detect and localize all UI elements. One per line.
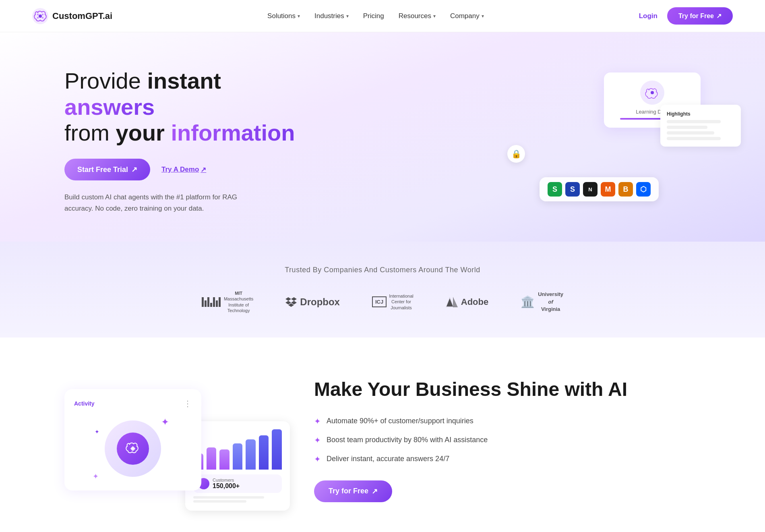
hero-description: Build custom AI chat agents with the #1 … <box>64 192 258 213</box>
svg-point-2 <box>37 14 39 15</box>
trusted-section: Trusted By Companies And Customers Aroun… <box>0 242 765 337</box>
chevron-down-icon: ▾ <box>298 13 300 19</box>
integration-icons: S S N M B ⬡ <box>540 177 659 201</box>
feature-text-1: Automate 90%+ of customer/support inquir… <box>327 416 473 426</box>
start-free-trial-button[interactable]: Start Free Trial ↗ <box>64 159 150 180</box>
try-free-nav-button[interactable]: Try for Free ↗ <box>667 7 733 25</box>
svg-point-3 <box>42 14 43 15</box>
sparkle-icon: ✦ <box>314 416 321 426</box>
integration-icon-s: S <box>548 182 562 197</box>
nav-resources[interactable]: Resources ▾ <box>399 12 436 20</box>
try-demo-link[interactable]: Try A Demo ↗ <box>161 166 206 174</box>
customers-badge: Customers 150,000+ <box>193 474 282 493</box>
nav-industries[interactable]: Industries ▾ <box>314 12 349 20</box>
nav-pricing[interactable]: Pricing <box>363 12 384 20</box>
floating-lock-icon: 🔒 <box>507 145 525 163</box>
sparkle-icon: ✦ <box>314 435 321 445</box>
activity-title: Activity <box>74 400 95 407</box>
features-title: Make Your Business Shine with AI <box>314 378 701 401</box>
logo-dropbox: Dropbox <box>285 296 340 308</box>
trusted-title: Trusted By Companies And Customers Aroun… <box>32 266 733 274</box>
adobe-icon <box>446 297 458 307</box>
login-button[interactable]: Login <box>639 12 657 20</box>
uva-dome-icon: 🏛️ <box>521 295 535 308</box>
integration-icon-s2: S <box>565 182 580 197</box>
svg-point-4 <box>37 17 39 19</box>
hero-title: Provide instant answers from your inform… <box>64 68 314 146</box>
integration-icon-m: M <box>601 182 615 197</box>
chevron-down-icon: ▾ <box>482 13 484 19</box>
nav-links: Solutions ▾ Industries ▾ Pricing Resourc… <box>267 12 484 20</box>
navbar: CustomGPT.ai Solutions ▾ Industries ▾ Pr… <box>0 0 765 32</box>
features-content: Make Your Business Shine with AI ✦ Autom… <box>314 378 701 502</box>
hero-section: Provide instant answers from your inform… <box>0 32 765 242</box>
activity-menu-icon[interactable]: ⋮ <box>184 399 192 408</box>
mit-label: MITMassachusettsInstitute ofTechnology <box>224 290 253 313</box>
sparkle-icon-1: ✦ <box>161 416 169 428</box>
sparkle-icon-3: ✦ <box>95 428 99 435</box>
hero-brain-icon <box>640 81 664 105</box>
nav-solutions[interactable]: Solutions ▾ <box>267 12 300 20</box>
svg-point-5 <box>42 17 43 19</box>
nav-actions: Login Try for Free ↗ <box>639 7 733 25</box>
feature-text-3: Deliver instant, accurate answers 24/7 <box>327 453 449 464</box>
dropbox-icon <box>285 297 297 307</box>
logo-mit: MITMassachusettsInstitute ofTechnology <box>202 290 253 313</box>
brand-name: CustomGPT.ai <box>52 11 112 21</box>
hero-content: Provide instant answers from your inform… <box>64 68 314 214</box>
feature-text-2: Boost team productivity by 80% with AI a… <box>327 435 488 445</box>
sparkle-icon: ✦ <box>314 454 321 464</box>
logo-icj: ICJ InternationalCenter forJournalists <box>372 293 414 311</box>
logo[interactable]: CustomGPT.ai <box>32 8 112 24</box>
hero-card-secondary: Highlights <box>660 105 741 147</box>
adobe-label: Adobe <box>461 297 488 307</box>
feature-item-3: ✦ Deliver instant, accurate answers 24/7 <box>314 453 701 464</box>
features-section: Activity ⋮ ✦ <box>0 337 765 532</box>
nav-company[interactable]: Company ▾ <box>450 12 484 20</box>
activity-card: Activity ⋮ ✦ <box>64 389 201 491</box>
logo-adobe: Adobe <box>446 297 488 307</box>
customers-label: Customers <box>213 478 240 482</box>
svg-point-1 <box>39 14 42 18</box>
svg-point-7 <box>651 91 654 94</box>
chevron-down-icon: ▾ <box>433 13 436 19</box>
hero-actions: Start Free Trial ↗ Try A Demo ↗ <box>64 159 314 180</box>
integration-icon-d: ⬡ <box>636 182 651 197</box>
dropbox-label: Dropbox <box>300 296 340 308</box>
chevron-down-icon: ▾ <box>346 13 349 19</box>
chart-bars <box>193 429 282 470</box>
integration-icon-b: B <box>618 182 633 197</box>
logo-uva: 🏛️ UniversityofVirginia <box>521 291 563 313</box>
integration-icon-n: N <box>583 182 598 197</box>
hero-visual: Learning Data Highlights 🔒 S S N M B ⬡ <box>499 64 733 217</box>
features-list: ✦ Automate 90%+ of customer/support inqu… <box>314 416 701 464</box>
logos-row: MITMassachusettsInstitute ofTechnology D… <box>32 290 733 313</box>
feature-item-1: ✦ Automate 90%+ of customer/support inqu… <box>314 416 701 426</box>
sparkle-icon-2: ✦ <box>93 472 99 481</box>
features-visual: Activity ⋮ ✦ <box>64 389 274 491</box>
customers-count: 150,000+ <box>213 482 240 490</box>
feature-item-2: ✦ Boost team productivity by 80% with AI… <box>314 435 701 445</box>
ai-brain-visual: ✦ ✦ ✦ <box>93 416 173 481</box>
try-free-button[interactable]: Try for Free ↗ <box>314 480 392 502</box>
